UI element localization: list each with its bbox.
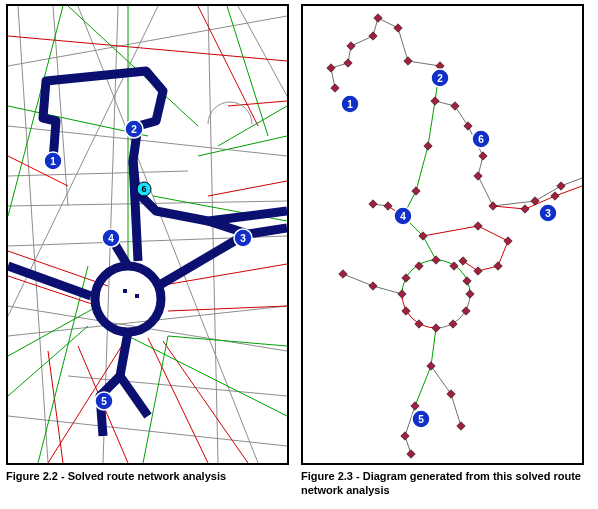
svg-rect-57 — [327, 64, 335, 72]
svg-rect-79 — [474, 267, 482, 275]
svg-rect-101 — [369, 282, 377, 290]
stop-3-map: 3 — [234, 229, 252, 247]
svg-rect-97 — [447, 390, 455, 398]
caption-left: Figure 2.2 - Solved route network analys… — [6, 469, 289, 498]
stop-3-label: 3 — [240, 233, 246, 244]
svg-line-28 — [208, 181, 287, 196]
svg-rect-95 — [427, 362, 435, 370]
svg-line-42 — [8, 326, 88, 396]
svg-rect-60 — [404, 57, 412, 65]
stop-5-diagram-label: 5 — [418, 414, 424, 425]
caption-row: Figure 2.2 - Solved route network analys… — [0, 465, 598, 504]
stop-4-diagram: 4 — [394, 207, 412, 225]
svg-rect-53 — [374, 14, 382, 22]
svg-rect-93 — [402, 274, 410, 282]
svg-rect-70 — [489, 202, 497, 210]
stop-5-diagram: 5 — [412, 410, 430, 428]
diagram-ring — [402, 260, 470, 328]
stop-2-label: 2 — [131, 124, 137, 135]
svg-line-2 — [8, 171, 188, 176]
svg-rect-98 — [457, 422, 465, 430]
svg-line-24 — [48, 336, 128, 463]
svg-line-23 — [163, 341, 248, 463]
svg-rect-96 — [411, 402, 419, 410]
svg-line-21 — [48, 351, 63, 463]
svg-rect-58 — [331, 84, 339, 92]
stop-6-diagram: 6 — [472, 130, 490, 148]
svg-rect-86 — [466, 290, 474, 298]
svg-rect-56 — [344, 59, 352, 67]
svg-rect-102 — [339, 270, 347, 278]
svg-rect-69 — [474, 172, 482, 180]
svg-rect-82 — [369, 200, 377, 208]
svg-rect-73 — [521, 205, 529, 213]
stop-5-map: 5 — [95, 392, 113, 410]
svg-line-39 — [68, 6, 198, 126]
stop-1-label: 1 — [50, 156, 56, 167]
svg-rect-62 — [431, 97, 439, 105]
stop-2-diagram: 2 — [431, 69, 449, 87]
svg-point-44 — [95, 266, 161, 332]
caption-right: Figure 2.3 - Diagram generated from this… — [301, 469, 584, 498]
svg-rect-76 — [474, 222, 482, 230]
svg-line-35 — [168, 336, 287, 346]
svg-rect-55 — [347, 42, 355, 50]
svg-line-40 — [218, 106, 287, 146]
stop-3-diagram-label: 3 — [545, 208, 551, 219]
stop-4-label: 4 — [108, 233, 114, 244]
svg-rect-77 — [504, 237, 512, 245]
svg-rect-89 — [432, 324, 440, 332]
stop-3-diagram: 3 — [539, 204, 557, 222]
svg-line-19 — [168, 306, 287, 311]
svg-line-32 — [8, 6, 63, 216]
figure-row: 1 2 3 4 5 6 — [0, 0, 598, 465]
svg-rect-64 — [412, 187, 420, 195]
stop-4-map: 4 — [102, 229, 120, 247]
svg-rect-81 — [384, 202, 392, 210]
stop-6-diagram-label: 6 — [478, 134, 484, 145]
svg-rect-71 — [531, 197, 539, 205]
stop-2-diagram-label: 2 — [437, 73, 443, 84]
svg-rect-54 — [369, 32, 377, 40]
diagram-panel: 1 2 3 4 5 6 — [301, 4, 584, 465]
svg-line-41 — [227, 6, 268, 136]
svg-rect-66 — [451, 102, 459, 110]
svg-rect-85 — [463, 277, 471, 285]
svg-rect-99 — [401, 432, 409, 440]
stop-5-label: 5 — [101, 396, 107, 407]
stop-2-map: 2 — [125, 120, 143, 138]
svg-line-26 — [198, 6, 258, 126]
svg-line-38 — [143, 336, 168, 463]
stop-4-diagram-label: 4 — [400, 211, 406, 222]
svg-rect-74 — [551, 192, 559, 200]
svg-rect-45 — [123, 289, 127, 293]
svg-rect-46 — [135, 294, 139, 298]
svg-line-6 — [208, 6, 218, 463]
svg-rect-78 — [494, 262, 502, 270]
svg-line-3 — [8, 16, 287, 66]
stop-6-map: 6 — [137, 182, 151, 196]
svg-line-11 — [238, 6, 287, 96]
svg-rect-67 — [464, 122, 472, 130]
stop-1-diagram: 1 — [341, 95, 359, 113]
map-panel: 1 2 3 4 5 6 — [6, 4, 289, 465]
svg-rect-68 — [479, 152, 487, 160]
svg-rect-83 — [432, 256, 440, 264]
svg-rect-92 — [398, 290, 406, 298]
svg-rect-100 — [407, 450, 415, 458]
svg-line-4 — [18, 6, 48, 463]
svg-rect-59 — [394, 24, 402, 32]
svg-rect-80 — [459, 257, 467, 265]
svg-line-25 — [148, 338, 208, 463]
stop-1-map: 1 — [44, 152, 62, 170]
stop-1-diagram-label: 1 — [347, 99, 353, 110]
svg-rect-63 — [424, 142, 432, 150]
svg-rect-72 — [557, 182, 565, 190]
stop-6-label: 6 — [141, 184, 146, 194]
